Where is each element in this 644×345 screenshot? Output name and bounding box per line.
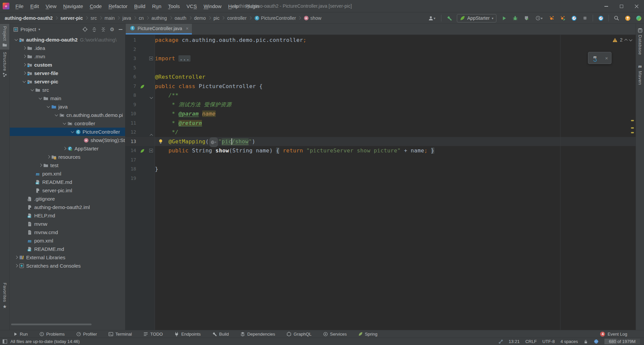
tree-item[interactable]: mpom.xml [10,169,125,178]
lock-icon[interactable] [584,339,588,344]
minimize-button[interactable] [599,0,614,12]
toolwindow-endpoints[interactable]: Endpoints [174,332,201,337]
profile-button[interactable]: ▾ [534,14,544,22]
close-button[interactable] [629,0,644,12]
expand-all-button[interactable] [92,27,97,32]
menu-plugin[interactable]: Plugin [242,0,263,12]
menu-window[interactable]: Window [200,0,225,12]
collapse-arrow-icon[interactable] [21,80,27,83]
collapse-arrow-icon[interactable] [45,106,51,108]
breadcrumb-item[interactable]: cn [139,15,144,21]
menu-navigate[interactable]: Navigate [60,0,86,12]
spring-bean-icon[interactable] [140,84,145,89]
tree-item[interactable]: java [10,102,125,111]
code-line[interactable]: 9 * 测试方法 受保护资源 [125,100,636,110]
code-line[interactable]: 14+ public String show(String name) { re… [125,146,636,155]
next-warning-icon[interactable] [629,38,632,41]
horizontal-scrollbar[interactable] [11,324,92,325]
code-line[interactable]: 13 @GetMapping(▾"pic/show") [125,137,636,146]
fold-expand-icon[interactable]: + [149,149,153,152]
tree-item[interactable]: CAppStarter [10,144,125,153]
warning-stripe-mark[interactable] [631,127,634,129]
expand-arrow-icon[interactable] [21,72,27,74]
warning-stripe-mark[interactable] [631,120,634,121]
collapse-arrow-icon[interactable] [61,122,67,125]
tree-item[interactable]: server-pic.iml [10,186,125,195]
close-tab-icon[interactable]: × [186,26,189,31]
breadcrumb-item[interactable]: main [105,15,115,21]
code-line[interactable]: 18} [125,164,636,174]
tab-picturecontroller[interactable]: C PictureController.java × [126,24,192,34]
tree-item[interactable]: MDREADME.md [10,178,125,186]
collapse-arrow-icon[interactable] [29,89,35,91]
expand-arrow-icon[interactable] [21,64,27,66]
code-line[interactable]: 3+import ... [125,54,636,63]
intention-bulb-icon[interactable] [158,139,163,144]
run-with-coverage-button[interactable] [523,14,530,22]
breadcrumb-item[interactable]: CPictureController [254,15,296,21]
breadcrumb-item[interactable]: server-pic [60,15,83,21]
debug-button[interactable] [512,14,519,22]
globe-icon[interactable] [594,339,599,344]
code-line[interactable]: 6@RestController [125,72,636,82]
collapse-all-button[interactable] [101,27,106,32]
menu-vcs[interactable]: VCS [183,0,200,12]
stripe-project[interactable]: Project [0,24,9,50]
breadcrumb-item[interactable]: java [122,15,131,21]
code-line[interactable]: 19 [125,174,636,183]
tree-item[interactable]: resources [10,153,125,161]
search-everywhere-button[interactable] [613,14,620,22]
settings-button[interactable]: ⚙ [110,26,114,32]
spring-bean-icon[interactable] [140,149,145,153]
breadcrumb-item[interactable]: authing [152,15,167,21]
tree-item[interactable]: mpom.xml [10,236,125,245]
project-view-title[interactable]: Project [20,26,36,32]
async-profiler-spring-button[interactable] [559,14,566,22]
vcs-widget-icon[interactable] [498,339,503,344]
indent-setting[interactable]: 4 spaces [560,339,578,344]
stop-button[interactable] [582,14,588,22]
tree-item[interactable]: server-pic [10,77,125,86]
code-with-me-button[interactable] [635,14,642,22]
menu-view[interactable]: View [42,0,60,12]
breadcrumb-item[interactable]: controller [227,15,247,21]
toolwindow-toggle-icon[interactable] [2,339,7,344]
expand-arrow-icon[interactable] [13,256,19,259]
collaborate-button[interactable]: ▾ [427,14,437,22]
toolwindow-profiler[interactable]: Profiler [76,332,97,337]
code-line[interactable]: 8 /** [125,91,636,100]
warning-stripe-mark[interactable] [631,132,634,133]
collapse-arrow-icon[interactable] [13,39,19,41]
inspections-widget[interactable]: 2 [612,37,632,43]
menu-run[interactable]: Run [149,0,165,12]
tree-item[interactable]: server-file [10,69,125,77]
collapse-arrow-icon[interactable] [69,131,75,133]
expand-arrow-icon[interactable] [21,55,27,58]
profiler-report-button[interactable] [597,14,604,22]
menu-help[interactable]: Help [225,0,242,12]
menu-code[interactable]: Code [87,0,105,12]
tree-item[interactable]: .gitignore [10,195,125,203]
chevron-down-icon[interactable]: ▾ [39,27,40,31]
async-profiler-button[interactable] [548,14,555,22]
breadcrumb-item[interactable]: demo [194,15,206,21]
toolwindow-build[interactable]: Build [212,332,229,337]
tree-item[interactable]: MDHELP.md [10,211,125,220]
expand-arrow-icon[interactable] [21,47,27,49]
prev-warning-icon[interactable] [625,39,628,42]
expand-arrow-icon[interactable] [13,265,19,267]
expand-arrow-icon[interactable] [37,164,43,166]
maven-reload-popup[interactable]: m × [588,52,611,64]
menu-build[interactable]: Build [131,0,149,12]
tree-item[interactable]: authing-demo-oauth2.iml [10,203,125,211]
collapse-arrow-icon[interactable] [37,97,43,99]
maven-reload-icon[interactable]: m [591,54,599,62]
tree-item[interactable]: mvnw [10,220,125,228]
breadcrumb-item[interactable]: mshow [304,15,321,21]
close-icon[interactable]: × [605,55,608,61]
code-line[interactable]: 5 [125,63,636,73]
code-line[interactable]: 10 * @param name [125,109,636,119]
stripe-structure[interactable]: Structure [0,50,9,79]
code-line[interactable]: 2 [125,45,636,54]
breadcrumb-item[interactable]: authing-demo-oauth2 [5,15,53,21]
